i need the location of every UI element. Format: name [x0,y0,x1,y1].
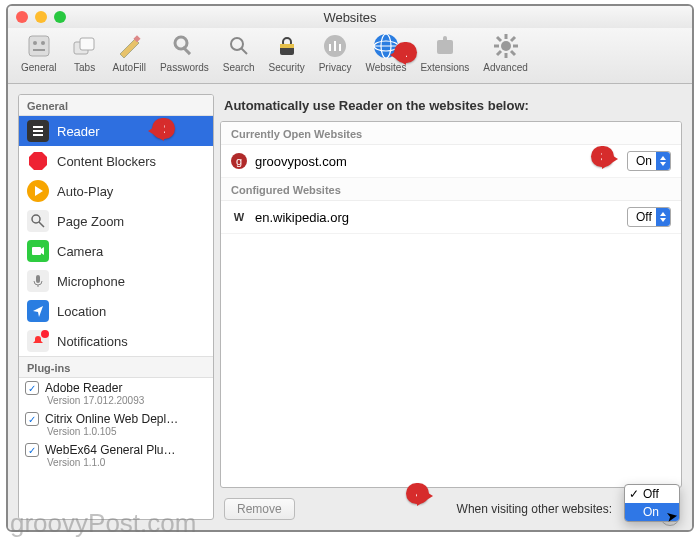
reader-setting-select[interactable]: On [627,151,671,171]
sidebar-item-label: Microphone [57,274,125,289]
site-name: groovypost.com [255,154,619,169]
camera-icon [27,240,49,262]
svg-line-26 [497,37,501,41]
toolbar-privacy[interactable]: Privacy [314,32,357,73]
plugin-name: WebEx64 General Plu… [45,443,176,457]
plugin-version: Version 1.1.0 [47,457,207,468]
titlebar: Websites [8,6,692,28]
sidebar-section-general: General [19,95,213,116]
plugin-item-webex[interactable]: ✓WebEx64 General Plu… Version 1.1.0 [19,440,213,471]
watermark: groovyPost.com [10,508,196,537]
toolbar-security[interactable]: Security [264,32,310,73]
sidebar-item-label: Reader [57,124,100,139]
sidebar-item-label: Auto-Play [57,184,113,199]
zoom-icon [27,210,49,232]
notification-badge-dot [41,330,49,338]
toolbar-advanced[interactable]: Advanced [478,32,532,73]
preferences-window: Websites General Tabs AutoFill Passwords… [6,4,694,532]
main-heading: Automatically use Reader on the websites… [220,94,682,121]
site-name: en.wikipedia.org [255,210,619,225]
sidebar-item-auto-play[interactable]: Auto-Play [19,176,213,206]
svg-rect-3 [33,49,45,51]
select-stepper-icon [656,152,670,170]
svg-rect-19 [437,40,453,54]
sidebar-item-label: Page Zoom [57,214,124,229]
callout-1: 1 [394,42,417,63]
microphone-icon [27,270,49,292]
other-websites-label: When visiting other websites: [457,502,612,516]
svg-line-36 [39,222,44,227]
sidebar-item-label: Notifications [57,334,128,349]
svg-marker-33 [29,152,47,170]
callout-2: 2 [152,118,175,139]
site-favicon: W [231,209,247,225]
plugin-version: Version 17.012.20093 [47,395,207,406]
mouse-cursor-icon: ➤ [665,507,680,525]
sidebar-item-camera[interactable]: Camera [19,236,213,266]
svg-point-21 [501,41,511,51]
toolbar-autofill[interactable]: AutoFill [108,32,151,73]
sidebar-item-label: Camera [57,244,103,259]
reader-setting-select[interactable]: Off [627,207,671,227]
sidebar-item-microphone[interactable]: Microphone [19,266,213,296]
close-window-button[interactable] [16,11,28,23]
group-configured-websites: Configured Websites [221,178,681,201]
stop-icon [27,150,49,172]
toolbar-tabs[interactable]: Tabs [66,32,104,73]
svg-marker-41 [33,306,43,317]
website-row-wikipedia[interactable]: W en.wikipedia.org Off [221,201,681,234]
svg-rect-13 [280,44,294,48]
group-open-websites: Currently Open Websites [221,122,681,145]
svg-rect-0 [29,36,49,56]
remove-button[interactable]: Remove [224,498,295,520]
bottom-bar: Remove When visiting other websites: [220,488,682,520]
svg-line-27 [511,51,515,55]
sidebar-item-content-blockers[interactable]: Content Blockers [19,146,213,176]
plugin-checkbox[interactable]: ✓ [25,412,39,426]
toolbar-extensions[interactable]: Extensions [415,32,474,73]
sidebar: General Reader Content Blockers Auto-Pla… [18,94,214,520]
bell-icon [27,330,49,352]
svg-line-10 [241,48,247,54]
sidebar-item-location[interactable]: Location [19,296,213,326]
svg-rect-39 [36,275,40,283]
sidebar-item-notifications[interactable]: Notifications [19,326,213,356]
dropdown-option-off[interactable]: Off [625,485,679,503]
svg-marker-34 [35,186,43,196]
websites-list: Currently Open Websites g groovypost.com… [220,121,682,488]
toolbar-passwords[interactable]: Passwords [155,32,214,73]
callout-3: 3 [591,146,614,167]
sidebar-item-page-zoom[interactable]: Page Zoom [19,206,213,236]
svg-point-1 [33,41,37,45]
plugin-version: Version 1.0.105 [47,426,207,437]
sidebar-item-label: Location [57,304,106,319]
toolbar-general[interactable]: General [16,32,62,73]
svg-point-2 [41,41,45,45]
svg-rect-5 [80,38,94,50]
sidebar-item-label: Content Blockers [57,154,156,169]
plugin-name: Adobe Reader [45,381,122,395]
sidebar-section-plugins: Plug-ins [19,356,213,378]
plugin-name: Citrix Online Web Depl… [45,412,178,426]
plugin-checkbox[interactable]: ✓ [25,381,39,395]
toolbar-search[interactable]: Search [218,32,260,73]
minimize-window-button[interactable] [35,11,47,23]
svg-rect-20 [443,36,447,42]
callout-4: 4 [406,483,429,504]
sidebar-item-reader[interactable]: Reader [19,116,213,146]
svg-rect-37 [32,247,41,255]
site-favicon: g [231,153,247,169]
svg-point-35 [32,215,40,223]
plugin-item-citrix[interactable]: ✓Citrix Online Web Depl… Version 1.0.105 [19,409,213,440]
svg-line-29 [511,37,515,41]
content-area: General Reader Content Blockers Auto-Pla… [8,84,692,530]
svg-marker-38 [41,247,44,255]
play-icon [27,180,49,202]
reader-icon [27,120,49,142]
preferences-toolbar: General Tabs AutoFill Passwords Search S… [8,28,692,84]
zoom-window-button[interactable] [54,11,66,23]
window-title: Websites [8,10,692,25]
plugin-item-adobe-reader[interactable]: ✓Adobe Reader Version 17.012.20093 [19,378,213,409]
plugin-checkbox[interactable]: ✓ [25,443,39,457]
select-stepper-icon [656,208,670,226]
